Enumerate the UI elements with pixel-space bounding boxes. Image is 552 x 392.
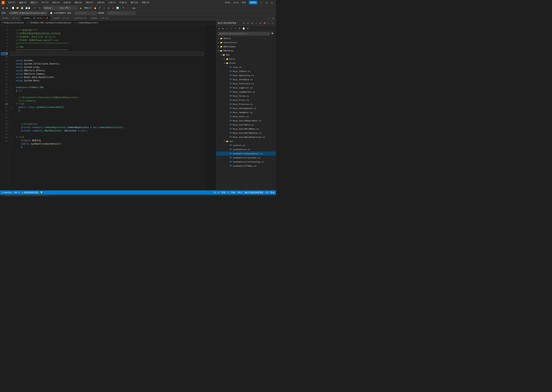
tree-item-ksyslogerror[interactable]: ▶ C# Ksys_LogError.cs [216,86,276,90]
tree-item-ksysusersrole[interactable]: ▶ C# Ksys_UsersRole.cs [216,123,276,127]
menu-extensions[interactable]: 扩展(X) [118,1,129,4]
tree-item-ksysparea[interactable]: ▶ C# Ksys_Parea.cs [216,94,276,98]
menu-test[interactable]: 测试(S) [84,1,95,4]
tree-item-ksysusersdept[interactable]: ▶ C# Ksys_UsersDepartment.cs [216,119,276,123]
panel-detach-btn[interactable]: ⊞ [259,21,262,25]
tree-item-icontxt[interactable]: ▶ C# icontxt.cs [216,143,276,147]
tab-overflow-btn[interactable]: ▾ [267,16,271,20]
menu-window[interactable]: 窗口(W) [129,1,140,4]
tree-item-syndownlistrunstate[interactable]: ▶ C# syndownlistrunstate.cs [216,156,276,160]
cpu-dropdown[interactable]: Any CPU ▾ [58,6,77,10]
stop-btn[interactable]: ■ [111,6,115,10]
notification-icon[interactable]: 🔔 [271,196,274,196]
panel-pin-btn[interactable]: 📌 [263,21,266,25]
tab-1-close[interactable]: ✕ [42,17,45,20]
step-into-btn[interactable]: ⤵ [102,6,106,10]
sol-show-all-btn[interactable]: 👁 [238,27,241,30]
menu-view[interactable]: 视图(V) [29,1,40,4]
tab-2[interactable]: syndo...st.cs [50,15,71,20]
tree-item-syndownlistrunstatelog[interactable]: ▶ C# syndownlistrunstatelog.cs [216,160,276,164]
menu-analyze[interactable]: 分析(N) [96,1,106,4]
fold-icon-19[interactable]: ▽ [11,86,13,88]
hot-reload-btn[interactable]: 🔥 [93,6,97,10]
process-dropdown[interactable]: [21964] KtApiSynchronize.exe ▾ [9,11,47,15]
add-to-repo-btn[interactable]: 添加到源代码管理器 [4,196,30,196]
tree-item-ksys31date[interactable]: ▶ C# Ksys_31Date.cs [216,69,276,73]
breadcrumb-project[interactable]: KtApiSynchronize [4,21,24,24]
diag-btn[interactable]: 📊 [116,6,120,10]
panel-collapse-btn[interactable]: ↕ [254,21,258,25]
fold-icon-24[interactable]: ▽ [11,106,13,108]
menu-tools[interactable]: 工具(T) [107,1,118,4]
search-input[interactable] [218,32,270,35]
breadcrumb-namespace[interactable]: KtAdmin.DAL.syndownlistmaindetail [31,21,72,24]
sol-fwd-btn[interactable]: ▶ [221,27,225,30]
toolbar-open[interactable]: 📁 [15,6,20,10]
sol-back-btn[interactable]: ◀ [217,27,221,30]
tree-item-icon-cs[interactable]: ▶ C# Icon.cs [216,65,276,69]
debug-mode-dropdown[interactable]: Debug ▾ [43,6,58,10]
stack-dropdown[interactable]: 堆栈选择 ▾ [107,11,135,15]
thread-dropdown[interactable]: 线程选择 ▾ [74,11,97,15]
panel-sync-btn[interactable]: ⟳ [242,21,246,25]
status-row[interactable]: 行：9 [214,191,219,194]
search-icon[interactable]: 🔍 [271,32,274,35]
menu-build[interactable]: 生成(B) [62,1,73,4]
tree-item-ksysinterface[interactable]: ▶ C# Ksys_Interface.cs [216,82,276,86]
tree-item-ksysdotempid[interactable]: ▶ C# Ksys_dotempid.cs [216,77,276,82]
fold-icon-2[interactable]: ▽ [11,29,13,31]
sol-preview-btn[interactable]: ⊞ [246,27,250,30]
toolbar-forward[interactable]: ▶ [5,6,9,10]
toolbar-new[interactable]: 📄 [11,6,15,10]
tree-item-ksysusersrolepowerlock[interactable]: ▶ C# Ksys_UsersRolePowerLock.cs [216,135,276,139]
step-over-btn[interactable]: ↷ [121,6,126,10]
tree-item-syndownlistmaindetail[interactable]: ▶ C# syndownlistmaindetail.cs [216,152,276,156]
status-encoding[interactable]: CRLF [238,191,243,194]
step-out-btn[interactable]: ↑ [126,6,130,10]
tree-item-ksysappconfig[interactable]: ▶ C# Ksys_AppConfig.cs [216,73,276,77]
menu-project[interactable]: 项目(P) [51,1,62,4]
tab-3[interactable]: icontxt.cs [71,15,89,20]
fold-icon-34[interactable]: ▽ [11,143,13,145]
status-col[interactable]: 字符：1 [221,191,229,194]
tree-item-ksyssmswater[interactable]: ▶ C# Ksys_SmsWater.cs [216,110,276,114]
sol-expand-btn[interactable]: ⤢ [230,27,233,30]
menu-debug[interactable]: 调试(D) [73,1,84,4]
restart-btn[interactable]: ↺ [98,6,102,10]
spell-check-btn[interactable]: abc [132,6,137,10]
toolbar-save-all[interactable]: 💾💾 [24,6,31,10]
tree-item-ksyssmstemplate[interactable]: ▶ C# Ksys_Smstemplate.cs [216,106,276,110]
panel-minimize-btn[interactable]: — [267,21,270,25]
code-content[interactable]: ▽ ///**数据仓储***** //*科腾软件数据库数据仓储(DAL)代码生成… [9,25,205,190]
tab-4[interactable]: KtApi...ler.cs [89,15,111,20]
status-sol-explorer[interactable]: 解决方案资源管理器 [245,191,263,194]
sol-refresh-btn[interactable]: ↺ [225,27,229,30]
status-zoom[interactable]: 90 % [14,191,20,194]
toolbar-redo[interactable]: ↪ [37,6,42,10]
code-line-9[interactable] [11,52,203,55]
tree-item-ktsys[interactable]: ▼ 📂 ktsys [216,61,276,65]
status-hint-icon[interactable]: 💡 [40,191,43,194]
tree-item-syndownlisttobuy[interactable]: ▶ C# syndownlistToBuy.cs [216,164,276,168]
tree-item-knetcommon[interactable]: ▶ 📁 KNetCommon [216,44,276,49]
panel-settings-btn[interactable]: ⚙ [246,21,250,25]
tree-item-knetdata[interactable]: ▼ 📂 KNetData [216,49,276,53]
user-login[interactable]: 登录 [242,1,246,4]
tree-item-syndownlist[interactable]: ▶ C# syndownlist.cs [216,147,276,152]
close-button[interactable]: ✕ [269,0,274,5]
tree-item-ksysusersrolemenu[interactable]: ▶ C# Ksys_UsersRoleMenu.cs [216,127,276,131]
sol-props-btn[interactable]: 📋 [242,27,245,30]
status-space[interactable]: 空格 [231,191,235,194]
status-errors[interactable]: ● 未找到相关问题 [21,191,38,194]
breadcrumb-class[interactable]: CommonRepository [78,21,98,24]
tab-split-btn[interactable]: ⚙ [271,16,275,20]
tab-0[interactable]: syndo...te.cs [0,15,21,20]
tree-item-mobile[interactable]: ▶ 📁 Mobile [216,36,276,40]
fold-icon-33[interactable]: ▽ [11,139,13,142]
panel-close-btn[interactable]: ✕ [271,21,274,25]
tab-1-pin[interactable]: 📌 [46,17,48,19]
select-repo-btn[interactable]: ⬡ 选择仓库 [32,196,49,196]
menu-edit[interactable]: 编辑(E) [18,1,28,4]
maximize-button[interactable]: □ [264,0,269,5]
tree-item-dal[interactable]: ▼ 📂 DAL [216,53,276,57]
